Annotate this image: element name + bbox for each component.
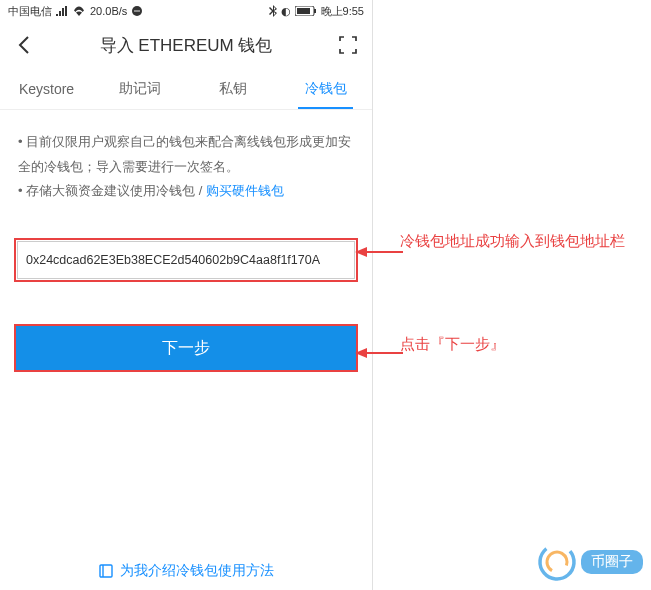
phone-screen: 中国电信 20.0B/s ◐ 晚上9:55 导入 bbox=[0, 0, 373, 590]
speed-label: 20.0B/s bbox=[90, 5, 127, 17]
status-left: 中国电信 20.0B/s bbox=[8, 4, 143, 19]
time-label: 晚上9:55 bbox=[321, 4, 364, 19]
svg-point-13 bbox=[537, 542, 577, 582]
svg-rect-5 bbox=[297, 8, 310, 14]
back-icon[interactable] bbox=[14, 35, 34, 55]
address-input-highlight bbox=[14, 238, 358, 282]
buy-hardware-link[interactable]: 购买硬件钱包 bbox=[206, 183, 284, 198]
info-text: • 目前仅限用户观察自己的钱包来配合离线钱包形成更加安全的冷钱包；导入需要进行一… bbox=[0, 110, 372, 218]
signal-icon bbox=[56, 6, 68, 16]
tab-mnemonic[interactable]: 助记词 bbox=[93, 68, 186, 109]
next-button-highlight: 下一步 bbox=[14, 324, 358, 372]
carrier-label: 中国电信 bbox=[8, 4, 52, 19]
header: 导入 ETHEREUM 钱包 bbox=[0, 22, 372, 68]
tab-cold-wallet[interactable]: 冷钱包 bbox=[279, 68, 372, 109]
tab-private-key[interactable]: 私钥 bbox=[186, 68, 279, 109]
svg-marker-12 bbox=[355, 348, 367, 358]
svg-point-3 bbox=[139, 10, 141, 12]
annotation-address: 冷钱包地址成功输入到钱包地址栏 bbox=[400, 232, 625, 251]
status-right: ◐ 晚上9:55 bbox=[269, 4, 364, 19]
info-line-1: • 目前仅限用户观察自己的钱包来配合离线钱包形成更加安全的冷钱包；导入需要进行一… bbox=[18, 130, 354, 179]
help-link-label: 为我介绍冷钱包使用方法 bbox=[120, 562, 274, 580]
book-icon bbox=[98, 563, 114, 579]
page-title: 导入 ETHEREUM 钱包 bbox=[34, 34, 338, 57]
wallet-address-input[interactable] bbox=[17, 241, 355, 279]
wifi-icon bbox=[72, 6, 86, 16]
cold-wallet-help-link[interactable]: 为我介绍冷钱包使用方法 bbox=[0, 562, 372, 580]
svg-marker-10 bbox=[355, 247, 367, 257]
next-button[interactable]: 下一步 bbox=[16, 326, 356, 370]
watermark-label: 币圈子 bbox=[581, 550, 643, 574]
battery-icon bbox=[295, 6, 317, 16]
annotation-arrow-2 bbox=[355, 345, 403, 365]
svg-point-14 bbox=[543, 548, 570, 575]
status-bar: 中国电信 20.0B/s ◐ 晚上9:55 bbox=[0, 0, 372, 22]
watermark: 币圈子 bbox=[537, 542, 643, 582]
chat-icon bbox=[131, 5, 143, 17]
svg-rect-7 bbox=[100, 565, 112, 577]
svg-point-1 bbox=[135, 10, 137, 12]
annotation-next: 点击『下一步』 bbox=[400, 335, 505, 354]
annotation-arrow-1 bbox=[355, 244, 403, 264]
info-line-2: • 存储大额资金建议使用冷钱包 / 购买硬件钱包 bbox=[18, 179, 354, 204]
tabs: Keystore 助记词 私钥 冷钱包 bbox=[0, 68, 372, 110]
bluetooth-icon bbox=[269, 5, 277, 17]
svg-rect-6 bbox=[314, 9, 316, 13]
watermark-logo-icon bbox=[537, 542, 577, 582]
scan-icon[interactable] bbox=[338, 35, 358, 55]
battery-mode-icon: ◐ bbox=[281, 5, 291, 18]
svg-point-2 bbox=[137, 10, 139, 12]
tab-keystore[interactable]: Keystore bbox=[0, 68, 93, 109]
